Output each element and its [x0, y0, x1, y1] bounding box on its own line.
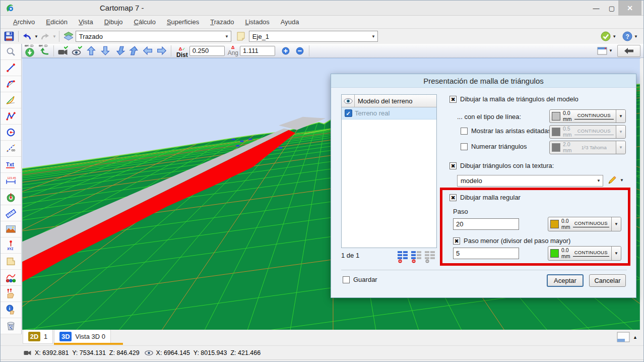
- list-view-none-button[interactable]: [424, 250, 436, 264]
- svg-text:123.45: 123.45: [7, 176, 16, 179]
- minor-grid-line-style-dropdown[interactable]: 0.0mm CONTINUOUS ▼: [548, 246, 621, 261]
- chevron-down-icon[interactable]: ▼: [616, 110, 625, 123]
- tool-draw-circle-button[interactable]: [1, 125, 21, 141]
- tool-recycle-bin-button[interactable]: [1, 318, 21, 334]
- texture-combo[interactable]: modelo ▼: [457, 175, 603, 187]
- tab-1[interactable]: 2D1: [23, 330, 53, 344]
- chevron-down-icon[interactable]: ▼: [595, 178, 603, 183]
- list-view-partial-button[interactable]: [411, 250, 422, 264]
- tool-insert-text-button[interactable]: Txt: [1, 157, 21, 173]
- layer-combo[interactable]: Trazado ▼: [76, 31, 231, 42]
- major-grid-line-style-dropdown[interactable]: 0.0mm CONTINUOUS ▼: [548, 217, 621, 231]
- menu-archivo[interactable]: Archivo: [8, 16, 40, 29]
- minor-step-checkbox[interactable]: [453, 237, 460, 245]
- texture-checkbox-row[interactable]: Dibujar triángulos con la textura:: [449, 162, 554, 169]
- ascend-button[interactable]: [127, 44, 140, 57]
- minor-step-checkbox-row[interactable]: Paso menor (divisor del paso mayor): [453, 237, 570, 245]
- window-layout-button[interactable]: ▼: [597, 44, 613, 57]
- confirm-button[interactable]: ▼: [600, 30, 616, 43]
- accept-button[interactable]: Aceptar: [547, 274, 584, 287]
- redo-button[interactable]: ▼: [39, 30, 56, 43]
- menu-listados[interactable]: Listados: [239, 16, 275, 29]
- dialog-title[interactable]: Presentación de malla de triángulos: [331, 74, 636, 88]
- move-right-button[interactable]: [155, 44, 168, 57]
- back-button[interactable]: [617, 45, 640, 57]
- number-triangles-checkbox-row[interactable]: Numerar triángulos: [461, 143, 527, 150]
- save-checkbox-row[interactable]: Guardar: [343, 276, 377, 283]
- mesh-line-style-dropdown[interactable]: 0.0mm CONTINUOUS ▼: [549, 109, 626, 123]
- tool-offset-parallel-button[interactable]: [1, 141, 21, 157]
- zoom-in-button[interactable]: [279, 44, 292, 57]
- tool-insert-image-button[interactable]: [1, 221, 21, 237]
- cancel-button[interactable]: Cancelar: [589, 274, 626, 287]
- move-up-button[interactable]: [85, 44, 98, 57]
- save-checkbox[interactable]: [343, 276, 350, 283]
- angle-step-input[interactable]: [240, 46, 275, 56]
- tool-dimension-button[interactable]: 123.45: [1, 173, 21, 189]
- tool-draw-clothoid-button[interactable]: [1, 92, 21, 108]
- menu-trazado[interactable]: Trazado: [205, 16, 239, 29]
- window-title: Cartomap 7 -: [100, 1, 144, 16]
- tool-draw-arc-button[interactable]: [1, 76, 21, 92]
- zoom-icon: [6, 46, 16, 57]
- chevron-down-icon[interactable]: ▼: [611, 247, 621, 260]
- menu-dibujo[interactable]: Dibujo: [99, 16, 128, 29]
- camera-view-button[interactable]: [56, 44, 70, 57]
- visibility-column-header[interactable]: [342, 95, 355, 107]
- maximize-button[interactable]: ▢: [604, 1, 619, 16]
- menu-ayuda[interactable]: Ayuda: [275, 16, 305, 29]
- viewport-thumbnail-icon[interactable]: [617, 332, 630, 342]
- layers-button[interactable]: [62, 30, 75, 43]
- step-input[interactable]: [453, 218, 519, 230]
- draw-mesh-checkbox-row[interactable]: Dibujar la malla de triángulos del model…: [449, 95, 578, 103]
- row-visibility-checkbox[interactable]: [345, 109, 352, 117]
- note-button[interactable]: [234, 30, 247, 43]
- chevron-down-icon: ▼: [616, 126, 625, 138]
- chevron-down-icon[interactable]: ▼: [223, 34, 231, 39]
- axis-combo[interactable]: Eje_1 ▼: [249, 31, 378, 42]
- model-list-row[interactable]: Terreno real: [342, 107, 436, 119]
- show-edited-checkbox[interactable]: [461, 128, 468, 135]
- show-edited-checkbox-row[interactable]: Mostrar las aristas editadas: [461, 127, 551, 135]
- distance-step-input[interactable]: [189, 46, 225, 56]
- move-down-button[interactable]: [99, 44, 112, 57]
- zoom-out-button[interactable]: [293, 44, 306, 57]
- texture-checkbox[interactable]: [449, 162, 457, 169]
- draw-mesh-checkbox[interactable]: [449, 96, 457, 103]
- tool-draw-line-button[interactable]: [1, 60, 21, 76]
- tool-terrain-point-button[interactable]: [1, 189, 21, 205]
- tool-point-xyz-button[interactable]: XYZ: [1, 237, 21, 254]
- descend-button[interactable]: [113, 44, 126, 57]
- tool-draw-polyline-button[interactable]: [1, 108, 21, 125]
- undo-button[interactable]: ▼: [21, 30, 38, 43]
- menu-superficies[interactable]: Superficies: [161, 16, 205, 29]
- list-view-all-button[interactable]: [397, 250, 409, 264]
- tool-measure-ruler-button[interactable]: [1, 205, 21, 221]
- model-column-header[interactable]: Modelo del terreno: [355, 95, 436, 107]
- menu-edicion[interactable]: Edición: [40, 16, 73, 29]
- number-triangles-checkbox[interactable]: [461, 143, 468, 150]
- return-view-button[interactable]: [38, 44, 51, 57]
- menu-calculo[interactable]: Cálculo: [128, 16, 161, 29]
- tab-vista-3d-0[interactable]: 3DVista 3D 0: [54, 330, 111, 344]
- edit-texture-button[interactable]: ▼: [607, 175, 624, 185]
- minor-step-input[interactable]: [453, 248, 519, 259]
- menu-vista[interactable]: Vista: [73, 16, 99, 29]
- save-button[interactable]: [3, 30, 16, 43]
- move-left-button[interactable]: [141, 44, 154, 57]
- tool-edit-points-button[interactable]: [1, 286, 21, 302]
- tool-query-info-button[interactable]: i: [1, 302, 21, 318]
- minimize-button[interactable]: —: [588, 1, 604, 16]
- tool-profile-points-button[interactable]: [1, 270, 21, 286]
- regular-grid-checkbox-row[interactable]: Dibujar malla regular: [449, 194, 521, 201]
- eye-view-button[interactable]: [71, 44, 84, 57]
- tool-draw-polygon-button[interactable]: [1, 254, 21, 270]
- goto-view-button[interactable]: [24, 44, 37, 57]
- regular-grid-checkbox[interactable]: [449, 194, 457, 201]
- close-button[interactable]: ✕: [618, 1, 641, 16]
- chevron-down-icon[interactable]: ▼: [611, 217, 621, 231]
- chevron-down-icon[interactable]: ▼: [369, 34, 377, 39]
- tool-zoom-button[interactable]: [1, 44, 21, 60]
- expand-corner-icon[interactable]: ▲: [633, 335, 637, 340]
- help-button[interactable]: ? ▼: [622, 30, 638, 43]
